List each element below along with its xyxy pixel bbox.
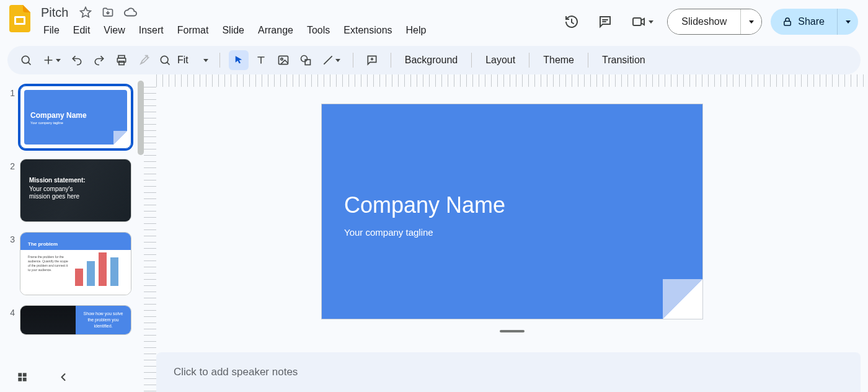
svg-rect-1: [16, 18, 24, 23]
svg-point-11: [301, 56, 307, 62]
comment-add-button[interactable]: [362, 50, 382, 70]
separator: [471, 53, 472, 68]
thumb-line: Your company's: [29, 185, 73, 192]
thumb-title: The problem: [28, 241, 58, 247]
zoom-value: Fit: [175, 55, 200, 66]
slide-canvas[interactable]: Company Name Your company tagline: [322, 104, 702, 319]
titlebar: Pitch File Edit View Insert Format Slide…: [0, 0, 868, 43]
move-folder-icon[interactable]: [99, 4, 117, 21]
slideshow-button[interactable]: Slideshow: [668, 9, 740, 34]
slide-thumb-3[interactable]: The problem Frame the problem for the au…: [20, 232, 131, 295]
svg-point-10: [281, 58, 283, 60]
separator: [588, 53, 588, 68]
menu-view[interactable]: View: [97, 22, 131, 38]
background-button[interactable]: Background: [400, 52, 463, 68]
chevron-down-icon: [749, 20, 754, 24]
filmstrip-footer: [0, 362, 144, 392]
svg-rect-2: [633, 18, 641, 25]
filmstrip: 1 Company Name Your company tagline 2 Mi…: [0, 74, 144, 392]
redo-button[interactable]: [89, 50, 109, 70]
separator: [353, 53, 353, 68]
search-menus-button[interactable]: [16, 50, 36, 70]
separator: [529, 53, 529, 68]
image-tool[interactable]: [273, 50, 293, 70]
chevron-down-icon: [203, 59, 208, 62]
thumb-body-text: Frame the problem for the audience. Quan…: [28, 255, 71, 272]
chevron-down-icon: [649, 20, 653, 24]
select-tool[interactable]: [229, 50, 249, 70]
workspace: 1 Company Name Your company tagline 2 Mi…: [0, 74, 868, 392]
separator: [391, 53, 391, 68]
svg-rect-15: [18, 378, 22, 381]
thumb-title: Mission statement:: [29, 177, 86, 184]
transition-button[interactable]: Transition: [597, 52, 650, 68]
filmstrip-scrollbar[interactable]: [138, 81, 144, 155]
layout-button[interactable]: Layout: [480, 52, 520, 68]
shape-tool[interactable]: [296, 50, 316, 70]
speaker-notes[interactable]: Click to add speaker notes: [156, 352, 861, 392]
theme-button[interactable]: Theme: [538, 52, 579, 68]
slide-number: 2: [6, 159, 15, 171]
collapse-filmstrip-button[interactable]: [52, 366, 74, 388]
toolbar: Fit Background Layout Theme Transition: [7, 46, 861, 74]
slide-number: 4: [6, 305, 15, 318]
slides-logo[interactable]: [7, 6, 32, 31]
history-icon[interactable]: [559, 9, 584, 34]
menu-arrange[interactable]: Arrange: [252, 22, 299, 38]
svg-rect-14: [23, 373, 27, 376]
svg-rect-16: [23, 378, 27, 381]
star-icon[interactable]: [77, 4, 94, 21]
lock-icon: [782, 16, 793, 27]
slide-number: 1: [6, 86, 15, 98]
thumb-chart: [75, 251, 118, 286]
menu-file[interactable]: File: [37, 22, 66, 38]
canvas-area: Company Name Your company tagline: [144, 74, 868, 392]
meet-present-button[interactable]: [626, 11, 658, 33]
svg-rect-13: [18, 373, 22, 376]
slide-subtitle-text[interactable]: Your company tagline: [344, 227, 433, 238]
menu-help[interactable]: Help: [400, 22, 433, 38]
slide-thumb-4[interactable]: Show how you solve the problem you ident…: [20, 305, 131, 335]
menu-edit[interactable]: Edit: [67, 22, 97, 38]
ruler-horizontal[interactable]: [156, 74, 868, 87]
thumb-subtitle: Your company tagline: [30, 121, 63, 125]
thumb-body-text: Show how you solve the problem you ident…: [76, 311, 131, 329]
menu-tools[interactable]: Tools: [301, 22, 336, 38]
svg-point-8: [161, 56, 168, 63]
thumb-title: Company Name: [30, 111, 87, 120]
print-button[interactable]: [112, 50, 131, 70]
speaker-notes-placeholder: Click to add speaker notes: [174, 366, 298, 378]
svg-point-4: [22, 56, 29, 63]
svg-rect-12: [305, 60, 310, 65]
cloud-status-icon[interactable]: [122, 4, 139, 21]
menu-insert[interactable]: Insert: [133, 22, 170, 38]
grid-view-button[interactable]: [11, 366, 33, 388]
paint-format-button: [134, 50, 154, 70]
notes-resize-handle[interactable]: [500, 330, 525, 332]
slide-title-text[interactable]: Company Name: [344, 192, 505, 218]
chevron-down-icon: [846, 20, 851, 24]
menu-extensions[interactable]: Extensions: [337, 22, 398, 38]
thumb-line: mission goes here: [29, 193, 79, 200]
ruler-vertical[interactable]: [144, 87, 156, 392]
menu-format[interactable]: Format: [171, 22, 215, 38]
zoom-icon: [159, 54, 171, 66]
share-button[interactable]: Share: [771, 9, 837, 35]
zoom-control[interactable]: Fit: [156, 50, 211, 70]
textbox-tool[interactable]: [251, 50, 271, 70]
share-label: Share: [798, 16, 825, 27]
menu-slide[interactable]: Slide: [216, 22, 250, 38]
slide-thumb-1[interactable]: Company Name Your company tagline: [20, 86, 131, 149]
page-curl-decoration: [663, 279, 702, 319]
new-slide-button[interactable]: [38, 50, 64, 70]
slideshow-dropdown[interactable]: [740, 9, 761, 34]
share-dropdown[interactable]: [837, 9, 858, 35]
slide-thumb-2[interactable]: Mission statement: Your company's missio…: [20, 159, 131, 222]
comments-icon[interactable]: [593, 9, 618, 34]
line-tool[interactable]: [318, 50, 344, 70]
chevron-down-icon: [335, 59, 340, 62]
doc-title[interactable]: Pitch: [37, 4, 72, 21]
chevron-down-icon: [56, 59, 61, 62]
svg-rect-9: [278, 56, 288, 64]
undo-button[interactable]: [67, 50, 87, 70]
